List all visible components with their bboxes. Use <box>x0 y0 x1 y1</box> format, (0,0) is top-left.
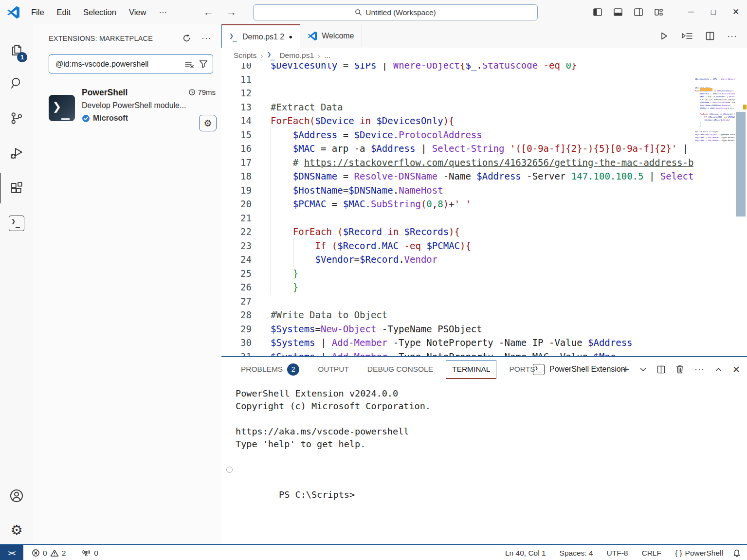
activity-extensions[interactable] <box>0 173 33 203</box>
breadcrumb-item[interactable]: Scripts <box>234 51 256 60</box>
maximize-panel-icon[interactable] <box>715 367 722 372</box>
panel-tab-output[interactable]: OUTPUT <box>312 361 355 378</box>
code-line[interactable]: $Systems=New-Object -TypeName PSObject <box>271 322 693 336</box>
line-number-gutter[interactable]: 1011121314151617181920212223242526272829… <box>221 63 252 356</box>
activity-account[interactable] <box>0 481 33 511</box>
line-number[interactable]: 11 <box>221 72 252 87</box>
line-number[interactable]: 18 <box>221 169 252 183</box>
language-mode[interactable]: { } PowerShell <box>671 549 728 558</box>
line-number[interactable]: 23 <box>221 239 252 253</box>
customize-layout-icon[interactable] <box>655 8 663 16</box>
code-line[interactable]: $MAC = arp -a $Address | Select-String '… <box>271 142 693 156</box>
notifications-bell-icon[interactable] <box>732 549 741 558</box>
code-line[interactable]: #Extract Data <box>271 100 693 114</box>
breadcrumb-item[interactable]: ... <box>324 51 330 60</box>
eol-sequence[interactable]: CRLF <box>637 549 665 558</box>
nav-back-icon[interactable]: ← <box>203 6 214 18</box>
line-number[interactable]: 29 <box>221 322 252 336</box>
command-decoration-icon[interactable] <box>226 467 233 473</box>
terminal-dropdown-icon[interactable] <box>640 367 646 372</box>
code-line[interactable]: } <box>271 267 693 281</box>
panel-tab-problems[interactable]: PROBLEMS2 <box>235 359 305 380</box>
code-line[interactable]: $Systems | Add-Member -Type NoteProperty… <box>271 336 693 350</box>
panel-tab-terminal[interactable]: TERMINAL <box>446 360 496 379</box>
activity-terminal[interactable]: ❯_ <box>0 208 33 238</box>
sidebar-more-icon[interactable]: ··· <box>201 33 212 43</box>
code-line[interactable]: $DevicesOnly = $IPs | Where-Object{$_.St… <box>271 63 693 72</box>
menu-item-file[interactable]: File <box>25 6 51 19</box>
code-line[interactable] <box>271 294 693 308</box>
editor-scrollbar[interactable] <box>736 24 747 356</box>
activity-settings[interactable]: ⚙ <box>0 515 33 545</box>
clear-search-icon[interactable] <box>184 60 194 68</box>
line-number[interactable]: 26 <box>221 280 252 294</box>
line-number[interactable]: 16 <box>221 142 252 156</box>
run-selection-icon[interactable] <box>681 32 693 40</box>
menu-item-edit[interactable]: Edit <box>51 6 77 19</box>
split-terminal-icon[interactable] <box>657 365 665 374</box>
code-line[interactable]: #Write Data to Object <box>271 308 693 322</box>
minimap[interactable]: $DevicesOnly = $IPs | Where-Object{$_.St… <box>695 71 735 217</box>
code-line[interactable]: $Vendor=$Record.Vendor <box>271 253 693 267</box>
line-number[interactable]: 13 <box>221 100 252 114</box>
new-terminal-icon[interactable]: + <box>622 362 629 376</box>
filter-icon[interactable] <box>199 60 208 68</box>
line-number[interactable]: 15 <box>221 128 252 142</box>
nav-forward-icon[interactable]: → <box>226 6 237 18</box>
line-number[interactable]: 20 <box>221 197 252 211</box>
cursor-position[interactable]: Ln 40, Col 1 <box>501 549 550 558</box>
activity-run-debug[interactable] <box>0 138 33 168</box>
indentation[interactable]: Spaces: 4 <box>555 549 598 558</box>
code-line[interactable]: $Systems | Add-Member -Type NoteProperty… <box>271 350 693 357</box>
line-number[interactable]: 19 <box>221 183 252 198</box>
encoding[interactable]: UTF-8 <box>602 549 633 558</box>
extension-list-item[interactable]: ❯_ PowerShell 79ms Develop PowerShell mo… <box>38 82 217 136</box>
toggle-secondary-sidebar-icon[interactable] <box>634 8 643 16</box>
run-icon[interactable] <box>659 31 669 41</box>
panel-tab-debug-console[interactable]: DEBUG CONSOLE <box>362 361 439 378</box>
close-panel-icon[interactable]: ✕ <box>732 364 740 375</box>
code-line[interactable]: $PCMAC = $MAC.SubString(0,8)+' ' <box>271 197 693 211</box>
code-line[interactable] <box>271 211 693 225</box>
code-editor[interactable]: 1011121314151617181920212223242526272829… <box>221 63 747 356</box>
activity-search[interactable] <box>0 68 33 98</box>
line-number[interactable]: 21 <box>221 211 252 225</box>
tab-welcome[interactable]: Welcome <box>300 24 362 47</box>
code-line[interactable]: If ($Record.MAC -eq $PCMAC){ <box>271 239 693 253</box>
minimize-button[interactable]: ─ <box>680 0 702 24</box>
ports-status[interactable]: 0 <box>77 545 103 560</box>
line-number[interactable]: 22 <box>221 225 252 239</box>
scrollbar-thumb[interactable] <box>736 112 746 217</box>
code-line[interactable] <box>271 86 693 100</box>
code-line[interactable]: $Address = $Device.ProtocolAddress <box>271 128 693 142</box>
extension-manage-button[interactable]: ⚙ <box>199 115 217 131</box>
code-line[interactable]: ForEach($Device in $DevicesOnly){ <box>271 114 693 128</box>
code-line[interactable] <box>271 72 693 87</box>
line-number[interactable]: 31 <box>221 350 252 357</box>
extensions-search-input[interactable] <box>55 59 184 69</box>
code-line[interactable]: ForEach ($Record in $Records){ <box>271 225 693 239</box>
split-editor-icon[interactable] <box>706 32 714 40</box>
command-center-search[interactable]: Untitled (Workspace) <box>253 4 538 20</box>
code-line[interactable]: } <box>271 280 693 294</box>
remote-indicator[interactable]: >< <box>0 545 23 560</box>
activity-explorer[interactable]: 1 <box>0 35 33 65</box>
line-number[interactable]: 10 <box>221 63 252 72</box>
breadcrumb-item[interactable]: Demo.ps1 <box>279 51 314 60</box>
activity-source-control[interactable] <box>0 103 33 133</box>
code-line[interactable]: $DNSName = Resolve-DNSName -Name $Addres… <box>271 169 693 183</box>
tab-demo-ps1[interactable]: ❯_ Demo.ps1 2 ● <box>221 24 300 49</box>
panel-more-icon[interactable]: ··· <box>694 364 705 375</box>
menu-item-view[interactable]: View <box>123 6 152 19</box>
kill-terminal-trash-icon[interactable] <box>676 365 684 374</box>
line-number[interactable]: 14 <box>221 114 252 128</box>
line-number[interactable]: 17 <box>221 156 252 170</box>
line-number[interactable]: 24 <box>221 253 252 267</box>
maximize-button[interactable]: □ <box>702 0 725 24</box>
line-number[interactable]: 25 <box>221 267 252 281</box>
terminal-prompt[interactable]: PS C:\Scripts> <box>236 463 747 476</box>
line-number[interactable]: 30 <box>221 336 252 350</box>
menu-more[interactable]: ··· <box>152 6 173 19</box>
code-lines[interactable]: $DevicesOnly = $IPs | Where-Object{$_.St… <box>271 63 693 356</box>
code-line[interactable]: # https://stackoverflow.com/questions/41… <box>271 156 693 170</box>
